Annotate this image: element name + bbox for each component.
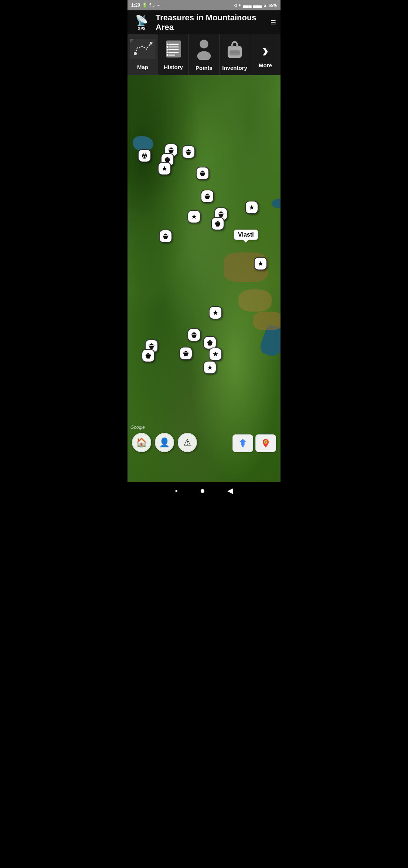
marker-stack-3[interactable]	[143, 339, 156, 362]
svg-marker-51	[207, 340, 212, 345]
tab-points[interactable]: Points	[189, 34, 220, 75]
points-tab-icon	[195, 38, 213, 62]
tab-points-label: Points	[196, 65, 212, 71]
marker-diamond-6[interactable]	[187, 328, 201, 342]
svg-marker-37	[218, 211, 224, 217]
svg-marker-33	[200, 171, 205, 176]
history-tab-icon	[163, 39, 184, 62]
tab-map[interactable]: Map	[127, 34, 158, 75]
battery-icon: 🔋	[142, 3, 147, 8]
svg-rect-21	[231, 45, 234, 47]
google-maps-button[interactable]	[255, 434, 276, 452]
gps-icon-container: 📡 GPS	[132, 13, 151, 32]
battery-level: 65%	[269, 3, 277, 7]
map-tooltip: Vlasti	[234, 230, 258, 240]
svg-point-15	[166, 54, 168, 56]
map-view[interactable]: ★ ★ ★ Vlasti ★ ★	[127, 75, 280, 482]
marker-diamond-2[interactable]	[182, 145, 195, 159]
tab-history-label: History	[164, 64, 183, 70]
gps-label: GPS	[137, 27, 145, 31]
page-title: Treasures in Mountainous Area	[156, 13, 266, 32]
tab-map-label: Map	[137, 64, 148, 70]
marker-star-4[interactable]: ★	[254, 257, 267, 270]
inventory-tab-icon	[225, 38, 244, 62]
facebook-icon: f	[149, 3, 151, 8]
signal2-icon: ▄▄▄	[253, 3, 262, 7]
marker-star-3[interactable]: ★	[245, 201, 258, 214]
svg-point-13	[166, 49, 168, 51]
svg-point-1	[134, 52, 137, 55]
lake-1	[133, 136, 153, 151]
map-service-buttons	[232, 434, 276, 452]
navigation-icon: ◁	[234, 3, 237, 8]
svg-marker-35	[205, 194, 210, 199]
more-chevron-icon: ›	[262, 41, 268, 60]
bluetooth-icon: ✦	[238, 3, 241, 8]
marker-diamond-4[interactable]	[201, 190, 214, 203]
svg-marker-45	[149, 343, 154, 349]
warning-button[interactable]: ⚠	[178, 433, 197, 452]
marker-diamond-7[interactable]	[179, 347, 193, 360]
svg-point-14	[166, 51, 168, 53]
person-button[interactable]: 👤	[155, 433, 174, 452]
tiktok-icon: ♪	[153, 3, 155, 8]
wifi-icon: ▲	[263, 3, 267, 7]
status-left: 1:20 🔋 f ♪ ···	[131, 3, 160, 8]
marker-diamond-5[interactable]	[159, 230, 172, 243]
svg-point-17	[197, 51, 211, 60]
android-square-button[interactable]: ▪	[175, 486, 178, 495]
signal1-icon: ▄▄▄	[243, 3, 251, 7]
time-display: 1:20	[131, 3, 140, 8]
marker-star-5[interactable]: ★	[209, 306, 222, 319]
app-header: 📡 GPS Treasures in Mountainous Area ≡	[127, 10, 280, 34]
android-back-button[interactable]: ◀	[227, 486, 233, 495]
map-tab-icon	[130, 39, 156, 62]
marker-stack-2[interactable]	[212, 207, 226, 230]
home-button[interactable]: 🏠	[132, 433, 151, 452]
status-bar: 1:20 🔋 f ♪ ··· ◁ ✦ ▄▄▄ ▄▄▄ ▲ 65%	[127, 0, 280, 10]
status-right: ◁ ✦ ▄▄▄ ▄▄▄ ▲ 65%	[234, 3, 277, 8]
svg-marker-31	[186, 149, 191, 155]
terrain-3	[253, 312, 280, 330]
svg-marker-39	[215, 221, 220, 226]
tab-history[interactable]: History	[158, 34, 189, 75]
marker-star-1[interactable]: ★	[158, 162, 171, 175]
android-nav-bar: ▪ ● ◀	[127, 482, 280, 499]
marker-cluster-lower[interactable]: ★ ★	[201, 336, 222, 374]
svg-marker-27	[169, 148, 174, 153]
terrain-2	[238, 289, 272, 312]
android-home-button[interactable]: ●	[200, 485, 205, 496]
tab-more[interactable]: › More	[250, 34, 280, 75]
menu-button[interactable]: ≡	[271, 17, 276, 28]
marker-diamond-1[interactable]	[138, 149, 151, 162]
nav-tabs: Map History	[127, 34, 280, 75]
google-watermark: Google	[130, 425, 145, 430]
satellite-icon: 📡	[135, 14, 148, 27]
marker-star-2[interactable]: ★	[187, 210, 201, 223]
svg-marker-43	[191, 332, 197, 338]
svg-point-16	[200, 40, 208, 48]
svg-marker-49	[183, 351, 188, 356]
tab-inventory[interactable]: Inventory	[220, 34, 250, 75]
marker-diamond-3[interactable]	[196, 167, 209, 180]
google-directions-button[interactable]	[232, 434, 253, 452]
svg-rect-22	[236, 45, 238, 47]
tab-more-label: More	[259, 62, 272, 68]
bottom-toolbar: 🏠 👤 ⚠	[132, 433, 197, 452]
svg-point-12	[166, 46, 168, 48]
more-status-icon: ···	[157, 3, 160, 8]
svg-marker-47	[146, 353, 151, 358]
svg-marker-41	[163, 234, 168, 239]
tab-inventory-label: Inventory	[222, 65, 247, 71]
svg-rect-0	[130, 39, 156, 59]
svg-point-11	[166, 43, 168, 45]
svg-point-59	[265, 441, 267, 443]
